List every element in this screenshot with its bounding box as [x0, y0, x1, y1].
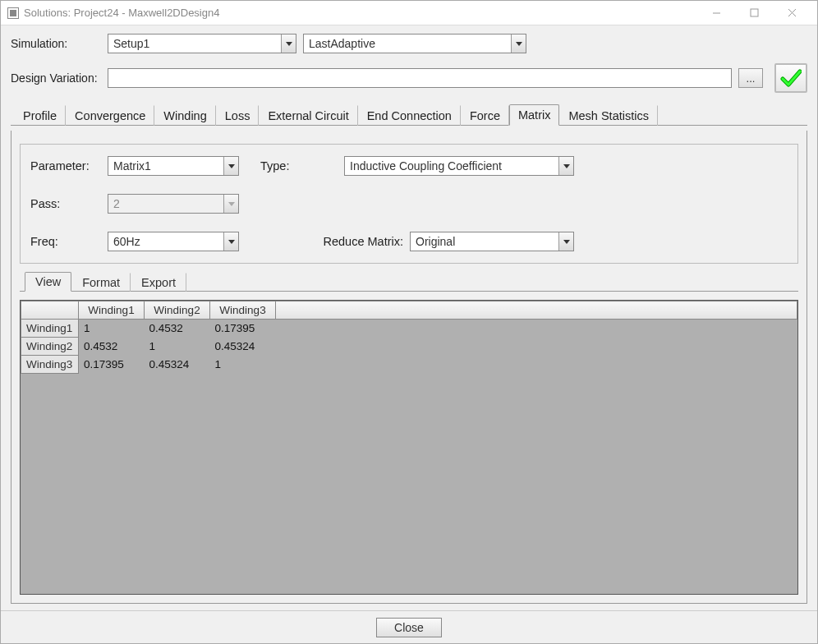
simulation-combo-arrow [281, 34, 296, 53]
chevron-down-icon [563, 240, 570, 244]
subtab-format[interactable]: Format [71, 273, 131, 292]
freq-combo-arrow [223, 232, 238, 251]
tab-convergence[interactable]: Convergence [66, 105, 154, 126]
solutions-window: Solutions: Project24 - Maxwell2DDesign4 … [0, 0, 818, 644]
matrix-cell[interactable]: 0.4532 [145, 320, 210, 338]
simulation-value: Setup1 [108, 34, 281, 53]
parameter-combo-arrow [223, 157, 238, 175]
reduce-matrix-value: Original [411, 232, 558, 251]
maximize-icon [750, 8, 759, 17]
row-header[interactable]: Winding3 [21, 356, 79, 374]
chevron-down-icon [516, 42, 522, 46]
chevron-down-icon [228, 202, 235, 206]
design-variation-label: Design Variation: [11, 71, 101, 85]
maximize-button[interactable] [735, 2, 773, 25]
variation-combo-arrow [511, 34, 526, 53]
cell-empty [276, 338, 797, 356]
app-icon [7, 7, 19, 19]
matrix-cell[interactable]: 1 [210, 356, 276, 374]
freq-combo[interactable]: 60Hz [108, 232, 239, 251]
matrix-cell[interactable]: 1 [79, 320, 145, 338]
type-value: Inductive Coupling Coefficient [345, 157, 558, 175]
type-combo[interactable]: Inductive Coupling Coefficient [344, 156, 574, 176]
close-window-button[interactable] [773, 2, 811, 25]
tab-winding[interactable]: Winding [154, 105, 215, 126]
window-buttons [697, 2, 811, 25]
tab-end-connection[interactable]: End Connection [358, 105, 461, 126]
column-header[interactable]: Winding1 [79, 301, 145, 320]
row-header[interactable]: Winding2 [21, 338, 79, 356]
freq-value: 60Hz [108, 232, 223, 251]
row-header[interactable]: Winding1 [21, 320, 79, 338]
checkmark-icon [780, 69, 802, 87]
matrix-tab-page: Parameter: Matrix1 Type: Inductive Coupl… [11, 131, 807, 604]
tab-force[interactable]: Force [461, 105, 509, 126]
subtab-view[interactable]: View [25, 272, 71, 292]
chevron-down-icon [286, 42, 292, 46]
window-title: Solutions: Project24 - Maxwell2DDesign4 [24, 7, 219, 19]
close-button[interactable]: Close [376, 618, 442, 637]
table-row: Winding110.45320.17395 [21, 320, 797, 338]
content-area: Simulation: Setup1 LastAdaptive Design V… [1, 25, 817, 610]
design-variation-input[interactable] [108, 68, 732, 88]
footer: Close [1, 610, 817, 643]
column-header[interactable]: Winding3 [210, 301, 276, 320]
design-variation-row: Design Variation: ... [11, 63, 807, 93]
reduce-matrix-combo-arrow [558, 232, 573, 251]
design-variation-browse-button[interactable]: ... [738, 68, 763, 88]
column-header[interactable]: Winding2 [145, 301, 210, 320]
subtab-export[interactable]: Export [131, 273, 186, 292]
parameter-combo[interactable]: Matrix1 [108, 156, 239, 176]
apply-button[interactable] [774, 63, 807, 93]
table-corner [21, 301, 79, 320]
simulation-row: Simulation: Setup1 LastAdaptive [11, 34, 807, 53]
tab-loss[interactable]: Loss [216, 105, 260, 126]
chevron-down-icon [228, 164, 235, 168]
chevron-down-icon [228, 240, 235, 244]
matrix-cell[interactable]: 1 [145, 338, 210, 356]
parameter-value: Matrix1 [108, 157, 223, 175]
close-icon [788, 8, 797, 17]
matrix-cell[interactable]: 0.45324 [210, 338, 276, 356]
pass-combo: 2 [108, 194, 239, 214]
parameter-label: Parameter: [30, 159, 103, 172]
matrix-cell[interactable]: 0.45324 [145, 356, 210, 374]
matrix-cell[interactable]: 0.17395 [210, 320, 276, 338]
view-format-export-tabs: ViewFormatExport [20, 272, 798, 292]
type-combo-arrow [558, 157, 573, 175]
variation-value: LastAdaptive [304, 34, 511, 53]
table-row: Winding30.173950.453241 [21, 356, 797, 374]
tab-mesh-statistics[interactable]: Mesh Statistics [559, 105, 658, 126]
type-label: Type: [260, 159, 310, 172]
ellipsis-label: ... [747, 72, 756, 85]
chevron-down-icon [563, 164, 570, 168]
matrix-cell[interactable]: 0.4532 [79, 338, 145, 356]
minimize-icon [712, 8, 721, 17]
matrix-table: Winding1Winding2Winding3 Winding110.4532… [21, 301, 797, 374]
main-tabbar: ProfileConvergenceWindingLossExternal Ci… [11, 104, 807, 126]
matrix-options-group: Parameter: Matrix1 Type: Inductive Coupl… [20, 144, 798, 264]
pass-combo-arrow [223, 195, 238, 213]
matrix-table-wrap: Winding1Winding2Winding3 Winding110.4532… [20, 300, 798, 595]
simulation-label: Simulation: [11, 37, 101, 50]
matrix-cell[interactable]: 0.17395 [79, 356, 145, 374]
column-header-empty [276, 301, 797, 320]
simulation-combo[interactable]: Setup1 [108, 34, 296, 53]
pass-value: 2 [108, 195, 223, 213]
titlebar: Solutions: Project24 - Maxwell2DDesign4 [1, 1, 817, 25]
variation-combo[interactable]: LastAdaptive [303, 34, 526, 53]
minimize-button[interactable] [697, 2, 735, 25]
tab-profile[interactable]: Profile [14, 105, 66, 126]
svg-rect-1 [751, 9, 758, 16]
pass-label: Pass: [30, 197, 103, 210]
cell-empty [276, 320, 797, 338]
cell-empty [276, 356, 797, 374]
reduce-matrix-label: Reduce Matrix: [323, 235, 403, 248]
reduce-matrix-combo[interactable]: Original [410, 232, 574, 251]
tab-external-circuit[interactable]: External Circuit [259, 105, 357, 126]
close-button-label: Close [394, 621, 424, 634]
table-row: Winding20.453210.45324 [21, 338, 797, 356]
freq-label: Freq: [30, 235, 103, 248]
tab-matrix[interactable]: Matrix [509, 104, 559, 126]
